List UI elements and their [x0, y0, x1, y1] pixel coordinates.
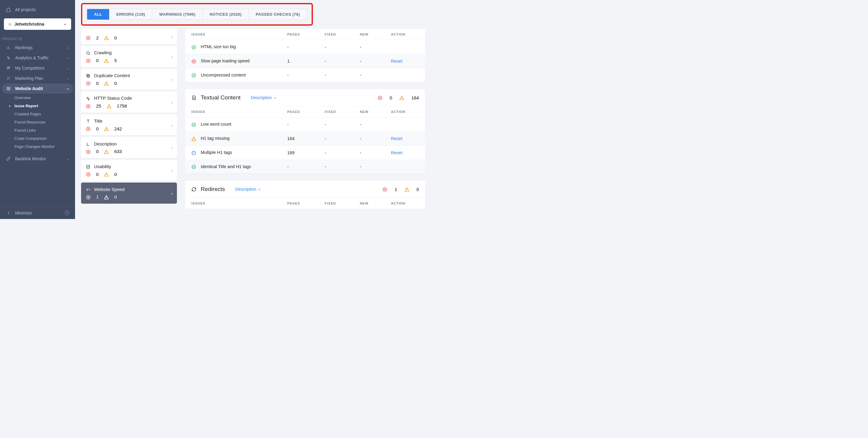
pages-cell: 164 [281, 132, 318, 146]
tab-notices[interactable]: NOTICES (2526) [203, 9, 249, 20]
chevron-down-icon [66, 76, 70, 81]
col-pages: PAGES [281, 106, 318, 117]
chevron-right-icon: › [171, 54, 173, 59]
category-icon [86, 119, 90, 124]
col-pages: PAGES [281, 29, 318, 40]
panel-error-count: 1 [395, 187, 397, 192]
status-icon [191, 44, 196, 50]
error-icon [86, 103, 91, 109]
tab-all[interactable]: ALL [87, 9, 110, 20]
filter-tabs: ALL ERRORS (119) WARNINGS (7596) NOTICES… [87, 9, 307, 20]
sidebar-item-backlink[interactable]: Backlink Monitor [0, 154, 75, 164]
chevron-right-icon: › [171, 168, 173, 173]
category-card[interactable]: HTTP Status Code 25 1758 › [81, 92, 177, 113]
tab-warnings[interactable]: WARNINGS (7596) [152, 9, 203, 20]
sidebar-label: Marketing Plan [15, 76, 43, 81]
subnav-page-changes[interactable]: Page Changes Monitor [0, 142, 75, 150]
error-icon [86, 126, 91, 131]
issue-row: Slow page loading speed 1 - - Reset [185, 54, 425, 68]
tabs-highlight-box: ALL ERRORS (119) WARNINGS (7596) NOTICES… [81, 3, 313, 26]
svg-point-6 [9, 25, 9, 26]
issue-name: Low word count [201, 122, 231, 127]
sub-label: Page Changes Monitor [14, 144, 55, 149]
sidebar-item-rankings[interactable]: Rankings [0, 42, 75, 53]
category-card[interactable]: Title 0 242 › [81, 114, 177, 136]
warning-icon [404, 187, 409, 192]
tab-errors[interactable]: ERRORS (119) [110, 9, 153, 20]
reset-link[interactable]: Reset [391, 136, 402, 141]
svg-point-12 [8, 88, 9, 89]
col-pages: PAGES [281, 198, 318, 209]
warning-count: 5 [114, 58, 117, 63]
category-card[interactable]: Crawling 0 5 › [81, 46, 177, 67]
category-card[interactable]: Description 0 633 › [81, 137, 177, 158]
error-icon [382, 187, 387, 192]
issue-name: Uncompressed content [201, 73, 246, 77]
category-card[interactable]: 2 0 › [81, 29, 177, 44]
all-projects-link[interactable]: All projects [0, 4, 75, 15]
issue-name: Slow page loading speed [201, 59, 250, 63]
col-fixed: FIXED [318, 106, 353, 117]
panel-icon [191, 95, 196, 100]
error-icon [86, 149, 91, 154]
svg-point-7 [10, 25, 10, 26]
warning-count: 0 [114, 81, 117, 86]
sidebar-item-analytics[interactable]: Analytics & Traffic [0, 53, 75, 63]
fixed-cell: - [318, 54, 353, 68]
new-cell: - [354, 145, 385, 160]
issue-panel: ISSUES PAGES FIXED NEW ACTION HTML size … [185, 29, 425, 82]
category-title: Description [94, 141, 117, 146]
col-action: ACTION [385, 198, 425, 209]
subnav-overview[interactable]: Overview [0, 94, 75, 102]
error-count: 2 [96, 35, 98, 40]
reset-link[interactable]: Reset [391, 59, 402, 64]
fixed-cell: - [318, 117, 353, 132]
issues-table: ISSUES PAGES FIXED NEW ACTION HTML size … [185, 29, 425, 82]
pulse-icon [5, 56, 11, 60]
project-name: Jetsetchristina [14, 22, 44, 27]
error-count: 0 [96, 58, 98, 63]
error-icon [86, 171, 91, 177]
link-icon [5, 157, 11, 161]
subnav-issue-report[interactable]: Issue Report [0, 102, 75, 110]
project-picker[interactable]: Jetsetchristina [4, 19, 71, 30]
issue-row: HTML size too big - - - [185, 40, 425, 54]
new-cell: - [354, 117, 385, 132]
tab-passed[interactable]: PASSED CHECKS (76) [249, 9, 307, 20]
warning-icon [104, 149, 109, 154]
issue-row: Uncompressed content - - - [185, 68, 425, 82]
category-card[interactable]: Website Speed 1 0 › [81, 182, 177, 204]
sidebar-item-audit[interactable]: Website Audit [2, 83, 73, 94]
svg-point-1 [10, 23, 10, 24]
sidebar-label: Website Audit [15, 86, 43, 91]
warning-icon [104, 194, 109, 200]
warning-icon [104, 171, 109, 177]
warning-count: 1758 [117, 103, 127, 108]
subnav-found-links[interactable]: Found Links [0, 126, 75, 134]
warning-count: 242 [114, 126, 122, 131]
svg-point-0 [9, 23, 9, 24]
category-icon [86, 73, 90, 78]
users-icon [5, 66, 11, 70]
sidebar-item-marketing[interactable]: Marketing Plan [0, 73, 75, 83]
category-card[interactable]: Usability 0 0 › [81, 160, 177, 181]
warning-count: 0 [114, 172, 117, 177]
error-count: 0 [96, 172, 98, 177]
new-cell: - [354, 160, 385, 173]
subnav-crawled-pages[interactable]: Crawled Pages [0, 110, 75, 118]
description-dropdown[interactable]: Description [251, 95, 277, 100]
subnav-crawl-comparison[interactable]: Crawl Comparison [0, 134, 75, 142]
col-new: NEW [354, 106, 385, 117]
description-dropdown[interactable]: Description [235, 187, 261, 192]
sub-label: Crawl Comparison [14, 136, 47, 141]
sidebar-item-competitors[interactable]: My Competitors [0, 63, 75, 73]
chevron-down-icon [66, 156, 70, 161]
issue-row: Multiple H1 tags 189 - - Reset [185, 145, 425, 160]
chevron-right-icon: › [171, 191, 173, 196]
issue-row: Low word count - - - [185, 117, 425, 132]
reset-link[interactable]: Reset [391, 150, 402, 155]
category-card[interactable]: Duplicate Content 0 0 › [81, 69, 177, 90]
minimize-button[interactable]: Minimize ? [0, 206, 75, 219]
subnav-found-resources[interactable]: Found Resources [0, 118, 75, 126]
help-icon[interactable]: ? [64, 210, 70, 215]
